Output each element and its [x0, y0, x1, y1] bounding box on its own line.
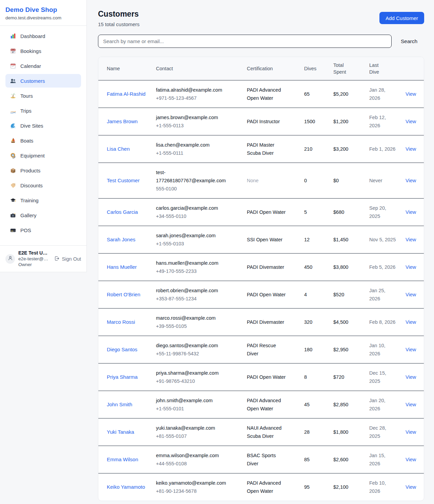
customers-icon — [9, 77, 16, 84]
sidebar-item-customers[interactable]: Customers — [5, 74, 81, 88]
sidebar-item-boats[interactable]: Boats — [5, 134, 81, 147]
sidebar-item-equipment[interactable]: Equipment — [5, 149, 81, 162]
customer-name-link[interactable]: Sarah Jones — [107, 236, 135, 244]
customer-name-link[interactable]: James Brown — [107, 117, 138, 126]
customer-email: diego.santos@example.com — [156, 341, 228, 350]
customer-total-spent: $680 — [329, 199, 365, 226]
sidebar-item-dashboard[interactable]: Dashboard — [5, 29, 81, 43]
add-customer-button[interactable]: Add Customer — [379, 12, 424, 24]
tours-icon — [9, 92, 16, 99]
sidebar-item-bookings[interactable]: 17 Bookings — [5, 44, 81, 58]
sidebar-item-calendar[interactable]: Calendar — [5, 59, 81, 73]
customer-dives: 8 — [300, 363, 329, 391]
view-link[interactable]: View — [406, 146, 416, 152]
view-link[interactable]: View — [406, 91, 416, 97]
customer-name-link[interactable]: John Smith — [107, 400, 132, 409]
user-email: e2e-tester@… — [18, 256, 51, 262]
user-info: E2E Test U… e2e-tester@… Owner — [18, 250, 51, 267]
table-row: Sarah Jones sarah.jones@example.com +1-5… — [98, 226, 424, 254]
sidebar-item-products[interactable]: Products — [5, 164, 81, 177]
customer-total-spent: $720 — [329, 363, 365, 391]
customer-email: robert.obrien@example.com — [156, 286, 228, 295]
sidebar-item-gallery[interactable]: Gallery — [5, 208, 81, 222]
customer-last-dive: Feb 8, 2026 — [369, 318, 397, 326]
customer-name-link[interactable]: Diego Santos — [107, 346, 137, 354]
customer-name-link[interactable]: Emma Wilson — [107, 455, 138, 464]
avatar — [5, 254, 15, 264]
view-link[interactable]: View — [406, 209, 416, 215]
view-link[interactable]: View — [406, 119, 416, 124]
customer-certification: PADI Rescue Diver — [247, 341, 287, 358]
column-header-contact: Contact — [152, 57, 243, 80]
customer-phone: +55-11-99876-5432 — [156, 350, 239, 358]
customer-name-link[interactable]: Carlos Garcia — [107, 208, 138, 216]
sidebar-item-training[interactable]: Training — [5, 193, 81, 207]
customer-phone: +1-555-0101 — [156, 405, 239, 413]
customer-name-link[interactable]: Robert O'Brien — [107, 291, 140, 299]
view-link[interactable]: View — [406, 178, 416, 183]
customer-phone: +44-555-0108 — [156, 460, 239, 468]
view-link[interactable]: View — [406, 484, 416, 490]
sign-out-button[interactable]: Sign Out — [54, 256, 81, 262]
table-row: Marco Rossi marco.rossi@example.com +39-… — [98, 309, 424, 336]
sign-out-label: Sign Out — [62, 256, 81, 262]
customer-total-spent: $2,100 — [329, 473, 365, 501]
view-link[interactable]: View — [406, 347, 416, 352]
customer-dives: 12 — [300, 226, 329, 254]
search-button[interactable]: Search — [401, 38, 417, 44]
shop-name: Demo Dive Shop — [5, 6, 81, 14]
sidebar-item-tours[interactable]: Tours — [5, 89, 81, 102]
customer-phone: +49-170-555-2233 — [156, 267, 239, 275]
customer-certification: PADI Open Water — [247, 373, 287, 381]
products-icon — [9, 167, 16, 174]
table-row: Carlos Garcia carlos.garcia@example.com … — [98, 199, 424, 226]
sidebar-item-discounts[interactable]: Discounts — [5, 179, 81, 192]
sidebar-item-pos[interactable]: POS — [5, 223, 81, 237]
customer-last-dive: Jan 25, 2026 — [369, 286, 397, 303]
customer-name-link[interactable]: Lisa Chen — [107, 145, 130, 153]
customer-dives: 5 — [300, 199, 329, 226]
customer-name-link[interactable]: Keiko Yamamoto — [107, 483, 145, 491]
view-link[interactable]: View — [406, 374, 416, 380]
customer-email: james.brown@example.com — [156, 113, 228, 122]
customer-certification: PADI Open Water — [247, 291, 287, 299]
customer-certification: PADI Advanced Open Water — [247, 396, 287, 413]
customer-name-link[interactable]: Priya Sharma — [107, 373, 138, 381]
customer-phone: +34-555-0110 — [156, 212, 239, 220]
customer-name-link[interactable]: Hans Mueller — [107, 263, 137, 271]
gallery-icon — [9, 212, 16, 219]
sidebar-item-trips[interactable]: Trips — [5, 104, 81, 117]
equipment-icon — [9, 152, 16, 159]
table-row: Emma Wilson emma.wilson@example.com +44-… — [98, 446, 424, 473]
customer-count: 15 total customers — [98, 21, 140, 27]
view-link[interactable]: View — [406, 429, 416, 435]
view-link[interactable]: View — [406, 457, 416, 462]
customer-name-link[interactable]: Test Customer — [107, 176, 140, 185]
view-link[interactable]: View — [406, 292, 416, 297]
view-link[interactable]: View — [406, 319, 416, 325]
customer-certification: PADI Advanced Open Water — [247, 479, 287, 495]
customer-name-link[interactable]: Marco Rossi — [107, 318, 135, 326]
table-row: James Brown james.brown@example.com +1-5… — [98, 108, 424, 135]
view-link[interactable]: View — [406, 264, 416, 270]
calendar-icon — [9, 62, 16, 69]
sidebar-item-dive-sites[interactable]: Dive Sites — [5, 119, 81, 132]
customer-dives: 4 — [300, 281, 329, 309]
customer-name-link[interactable]: Fatima Al-Rashid — [107, 90, 145, 98]
view-link[interactable]: View — [406, 402, 416, 407]
view-link[interactable]: View — [406, 237, 416, 242]
customer-dives: 85 — [300, 446, 329, 473]
table-row: Yuki Tanaka yuki.tanaka@example.com +81-… — [98, 418, 424, 446]
table-body: Fatima Al-Rashid fatima.alrashid@example… — [98, 80, 424, 501]
customer-name-link[interactable]: Yuki Tanaka — [107, 428, 134, 436]
customer-certification: None — [247, 176, 287, 185]
main-content: Customers 15 total customers Add Custome… — [87, 0, 434, 504]
table-row: Test Customer test-1772681807767@example… — [98, 163, 424, 199]
customer-phone: +81-90-1234-5678 — [156, 487, 239, 495]
customer-email: marco.rossi@example.com — [156, 314, 228, 322]
boats-icon — [9, 137, 16, 144]
search-input[interactable] — [98, 35, 392, 48]
customer-dives: 28 — [300, 418, 329, 446]
sidebar: Demo Dive Shop demo.test.divestreams.com… — [0, 0, 87, 272]
customer-last-dive: Jan 15, 2026 — [369, 451, 397, 468]
